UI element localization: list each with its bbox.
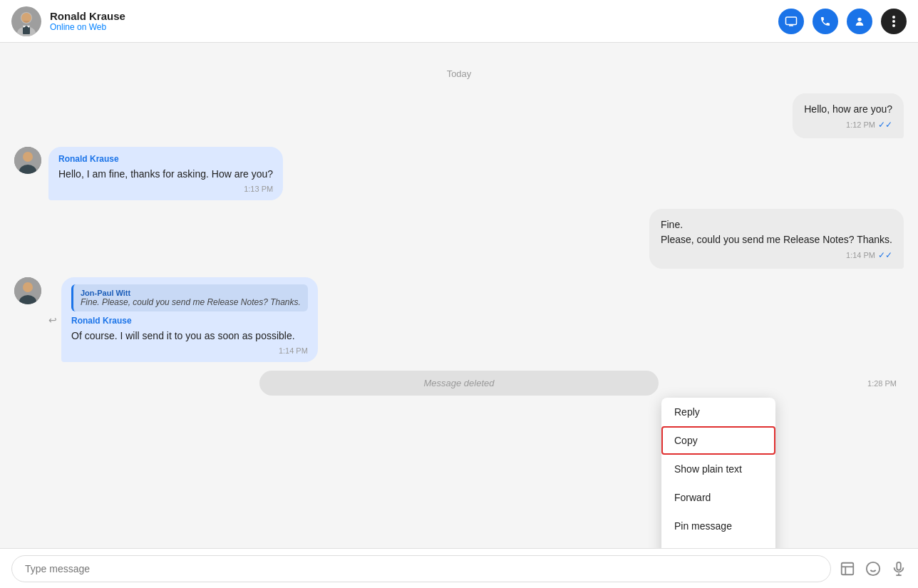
svg-point-13	[892, 24, 895, 27]
context-menu-delete-message[interactable]: Delete message	[661, 540, 775, 548]
more-info-button[interactable]	[881, 9, 907, 34]
deleted-message-row: Message deleted 1:28 PM	[0, 371, 918, 396]
deleted-message-time: 1:28 PM	[867, 379, 897, 388]
message-time: 1:12 PM	[846, 120, 875, 129]
message-row: ↩ Jon-Paul Witt Fine. Please, could you …	[0, 277, 918, 362]
message-meta: 1:14 PM	[71, 346, 308, 355]
message-time: 1:14 PM	[846, 251, 875, 259]
contact-avatar	[11, 6, 41, 36]
contacts-button[interactable]	[847, 9, 872, 34]
context-menu-pin-message[interactable]: Pin message	[661, 512, 775, 540]
contact-name: Ronald Krause	[50, 10, 778, 22]
message-meta: 1:12 PM ✓✓	[804, 120, 892, 130]
contact-info: Ronald Krause Online on Web	[50, 10, 778, 32]
message-meta: 1:13 PM	[58, 185, 273, 193]
message-text: Fine.Please, could you send me Release N…	[661, 217, 892, 247]
deleted-message-bubble: Message deleted	[259, 371, 659, 396]
message-time: 1:14 PM	[279, 346, 308, 355]
message-sender: Ronald Krause	[71, 316, 308, 326]
svg-rect-26	[897, 562, 901, 569]
message-text: Hello, I am fine, thanks for asking. How…	[58, 167, 273, 182]
sender-avatar	[14, 277, 41, 304]
incoming-message-bubble[interactable]: Ronald Krause Hello, I am fine, thanks f…	[48, 147, 283, 200]
outgoing-message-bubble[interactable]: Fine.Please, could you send me Release N…	[649, 209, 904, 269]
message-row: Fine.Please, could you send me Release N…	[0, 209, 918, 269]
emoji-button[interactable]	[865, 561, 881, 577]
incoming-reply-message-bubble[interactable]: Jon-Paul Witt Fine. Please, could you se…	[61, 277, 318, 362]
svg-rect-20	[842, 562, 854, 574]
chat-header: Ronald Krause Online on Web	[0, 0, 918, 43]
message-time: 1:13 PM	[244, 185, 273, 193]
message-row: Hello, how are you? 1:12 PM ✓✓	[0, 93, 918, 138]
chat-area: Today Hello, how are you? 1:12 PM ✓✓ Ron…	[0, 43, 918, 548]
svg-point-10	[857, 17, 861, 21]
reply-quote-sender: Jon-Paul Witt	[81, 289, 301, 297]
message-ticks: ✓✓	[878, 120, 892, 130]
message-meta: 1:14 PM ✓✓	[661, 250, 892, 260]
reply-quote: Jon-Paul Witt Fine. Please, could you se…	[71, 284, 308, 311]
call-button[interactable]	[813, 9, 838, 34]
sender-avatar	[14, 147, 41, 174]
message-ticks: ✓✓	[878, 250, 892, 260]
attach-file-button[interactable]	[840, 561, 855, 577]
svg-point-18	[23, 282, 33, 292]
outgoing-message-bubble[interactable]: Hello, how are you? 1:12 PM ✓✓	[793, 93, 904, 138]
svg-point-12	[892, 20, 895, 23]
message-input-bar	[0, 548, 918, 588]
svg-point-15	[23, 152, 33, 162]
message-sender: Ronald Krause	[58, 154, 273, 164]
message-text: Hello, how are you?	[804, 102, 892, 117]
message-row: Ronald Krause Hello, I am fine, thanks f…	[0, 147, 918, 200]
input-actions	[840, 561, 907, 577]
reply-arrow-icon: ↩	[48, 314, 57, 326]
context-menu-copy[interactable]: Copy	[661, 426, 775, 455]
header-actions	[778, 9, 907, 34]
voice-message-button[interactable]	[891, 561, 907, 577]
svg-point-11	[892, 16, 895, 19]
svg-rect-7	[786, 17, 797, 25]
context-menu: Reply Copy Show plain text Forward Pin m…	[661, 398, 775, 548]
screen-share-button[interactable]	[778, 9, 804, 34]
date-divider: Today	[0, 68, 918, 79]
svg-point-23	[867, 562, 880, 574]
context-menu-forward[interactable]: Forward	[661, 483, 775, 512]
reply-quote-text: Fine. Please, could you send me Release …	[81, 297, 301, 307]
contact-status: Online on Web	[50, 22, 778, 32]
context-menu-show-plain-text[interactable]: Show plain text	[661, 455, 775, 483]
context-menu-reply[interactable]: Reply	[661, 398, 775, 426]
message-input[interactable]	[11, 555, 831, 582]
message-text: Of course. I will send it to you as soon…	[71, 329, 308, 344]
